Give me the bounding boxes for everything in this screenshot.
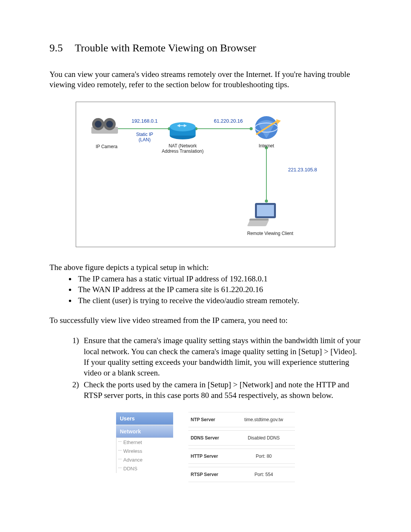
settings-key: RTSP Server	[188, 472, 233, 477]
settings-row-http: HTTP Server Port: 80	[188, 449, 295, 464]
client-pc-icon	[247, 203, 276, 226]
settings-row-ntp: NTP Server time.stdtime.gov.tw	[188, 412, 295, 427]
settings-key: HTTP Server	[188, 454, 233, 459]
nav-sub-wireless[interactable]: Wireless	[116, 447, 173, 455]
ip-camera-icon	[91, 118, 118, 134]
page: 9.5 Trouble with Remote Viewing on Brows…	[0, 0, 411, 508]
internet-icon	[255, 116, 281, 139]
network-diagram-wrap: IP Camera 192.168.0.1 Static IP (LAN) NA…	[49, 102, 362, 247]
settings-value: Port: 80	[233, 454, 295, 459]
internet-label: Internet	[255, 143, 278, 149]
after-diagram-text: The above figure depicts a typical setup…	[49, 262, 362, 273]
svg-point-5	[250, 127, 253, 130]
wan-ip-value: 61.220.20.16	[209, 118, 247, 124]
section-title: Trouble with Remote Viewing on Browser	[75, 42, 256, 54]
svg-point-13	[106, 121, 113, 128]
nav-sub-ethernet[interactable]: Ethernet	[116, 438, 173, 447]
settings-key: NTP Server	[188, 417, 233, 422]
client-ip-value: 221.23.105.8	[282, 167, 323, 173]
nav-users[interactable]: Users	[116, 412, 173, 425]
setup-bullets: The IP camera has a static virtual IP ad…	[49, 273, 362, 306]
static-ip-value: 192.168.0.1	[126, 118, 164, 124]
bullet-item: The WAN IP address at the IP camera site…	[76, 284, 362, 295]
settings-row-rtsp: RTSP Server Port: 554	[188, 467, 295, 482]
settings-value: time.stdtime.gov.tw	[233, 417, 295, 422]
settings-screenshot: Users Network Ethernet Wireless Advance …	[49, 412, 362, 485]
section-heading: 9.5 Trouble with Remote Viewing on Brows…	[49, 42, 362, 54]
nat-label: NAT (Network Address Translation)	[160, 143, 206, 154]
svg-point-8	[265, 200, 268, 203]
svg-rect-21	[257, 205, 274, 216]
network-diagram: IP Camera 192.168.0.1 Static IP (LAN) NA…	[76, 102, 335, 247]
settings-table: NTP Server time.stdtime.gov.tw DDNS Serv…	[188, 412, 295, 485]
svg-point-16	[170, 122, 196, 131]
settings-key: DDNS Server	[188, 435, 233, 441]
pre-steps-text: To successfully view live video streamed…	[49, 315, 362, 326]
nav-network[interactable]: Network	[116, 425, 173, 438]
settings-value: Disabled DDNS	[233, 435, 295, 441]
bullet-item: The IP camera has a static virtual IP ad…	[76, 273, 362, 284]
steps-list: Ensure that the camera's image quality s…	[49, 335, 362, 401]
svg-rect-23	[249, 219, 269, 220]
static-ip-sub: Static IP (LAN)	[129, 132, 160, 142]
step-item: Check the ports used by the camera in [S…	[72, 379, 362, 401]
client-label: Remote Viewing Client	[240, 231, 301, 236]
intro-paragraph: You can view your camera's video streams…	[49, 69, 362, 90]
nav-sub-advance[interactable]: Advance	[116, 455, 173, 464]
settings-nav: Users Network Ethernet Wireless Advance …	[116, 412, 173, 485]
section-number: 9.5	[49, 42, 72, 54]
bullet-item: The client (user) is trying to receive t…	[76, 295, 362, 306]
svg-point-11	[95, 121, 102, 128]
svg-marker-19	[276, 119, 281, 125]
router-icon	[170, 122, 196, 139]
ip-camera-label: IP Camera	[91, 144, 122, 149]
nav-sub-ddns[interactable]: DDNS	[116, 464, 173, 473]
step-item: Ensure that the camera's image quality s…	[72, 335, 362, 378]
settings-value: Port: 554	[233, 472, 295, 477]
settings-row-ddns: DDNS Server Disabled DDNS	[188, 430, 295, 446]
diagram-svg	[76, 102, 335, 247]
